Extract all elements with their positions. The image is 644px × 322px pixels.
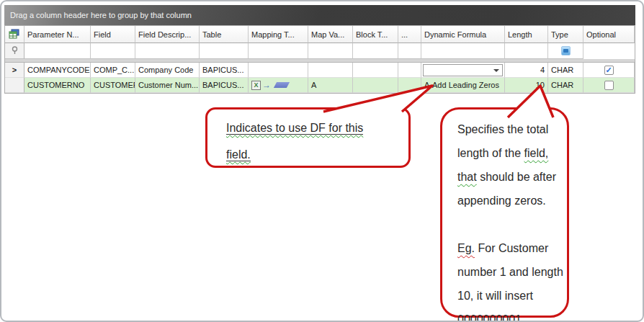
filter-pin-icon <box>12 46 18 56</box>
excel-source-icon: X <box>251 81 261 90</box>
filter-cell[interactable] <box>421 43 505 59</box>
filter-cell[interactable] <box>353 43 398 59</box>
cell-map-value[interactable]: A <box>308 78 353 93</box>
group-by-text: Drag a column header here to group by th… <box>10 11 192 19</box>
row-indicator-cell <box>5 78 24 93</box>
optional-filter-checkbox-icon[interactable] <box>561 46 571 55</box>
optional-checkbox-checked[interactable]: ✓ <box>604 66 614 75</box>
callout-text-line: appending zeros. <box>457 189 561 213</box>
column-header-mapping-type[interactable]: Mapping T... <box>249 26 308 43</box>
cell-field[interactable]: COMP_C... <box>91 63 135 78</box>
column-header-block-type[interactable]: Block T... <box>353 26 398 43</box>
cell-more[interactable] <box>398 78 421 93</box>
filter-row-indicator-cell <box>5 43 24 59</box>
current-row-arrow-icon: > <box>12 66 17 74</box>
filter-cell[interactable] <box>200 43 249 59</box>
callout-text-line: that should be after <box>457 165 561 189</box>
filter-cell-optional[interactable] <box>548 43 583 59</box>
callout-text-line: 10, it will insert <box>457 284 561 308</box>
dropdown-arrow-icon[interactable] <box>493 69 499 72</box>
cell-optional <box>583 78 635 93</box>
customize-grid-icon <box>9 29 20 40</box>
filter-cell[interactable] <box>135 43 200 59</box>
column-header-field[interactable]: Field <box>91 26 135 43</box>
group-by-panel[interactable]: Drag a column header here to group by th… <box>4 5 635 25</box>
callout-text-line: Indicates to use DF for this <box>226 115 408 141</box>
cell-length[interactable]: 10 <box>505 78 548 93</box>
cell-type[interactable]: CHAR <box>548 78 583 93</box>
row-indicator-cell: > <box>5 63 24 78</box>
column-header-field-description[interactable]: Field Descrip... <box>135 26 200 43</box>
column-header-type[interactable]: Type <box>548 26 583 43</box>
column-header-map-value[interactable]: Map Va... <box>308 26 353 43</box>
cell-field[interactable]: CUSTOMER <box>91 78 135 93</box>
filter-cell[interactable] <box>308 43 353 59</box>
filter-row <box>5 43 635 59</box>
table-row[interactable]: > COMPANYCODE COMP_C... Company Code BAP… <box>5 63 635 78</box>
cell-parameter-name[interactable]: COMPANYCODE <box>24 63 91 78</box>
column-header-parameter-name[interactable]: Parameter N... <box>24 26 91 43</box>
filter-cell[interactable] <box>24 43 91 59</box>
callout-text-line: Eg. For Customer <box>457 236 561 260</box>
cell-table[interactable]: BAPICUS... <box>200 63 249 78</box>
column-header-more[interactable]: ... <box>398 26 421 43</box>
filter-cell[interactable] <box>398 43 421 59</box>
optional-checkbox-unchecked[interactable] <box>604 81 614 90</box>
customize-button[interactable] <box>5 26 24 43</box>
cell-optional: ✓ <box>583 63 635 78</box>
data-grid: Parameter N... Field Field Descrip... Ta… <box>4 25 635 94</box>
callout-text-line: length of the field, <box>457 141 561 165</box>
callout-blank-line <box>457 213 561 236</box>
callout-dynamic-formula: Indicates to use DF for this field. <box>205 107 411 168</box>
cell-mapping-type[interactable] <box>249 63 308 78</box>
mapped-field-icon <box>274 82 290 88</box>
cell-block-type[interactable] <box>353 63 398 78</box>
cell-type[interactable]: CHAR <box>548 63 583 78</box>
filter-cell[interactable] <box>505 43 548 59</box>
callout-length: Specifies the total length of the field,… <box>440 107 569 318</box>
cell-dynamic-formula[interactable]: A-Add Leading Zeros <box>421 78 505 93</box>
column-header-dynamic-formula[interactable]: Dynamic Formula <box>421 26 505 43</box>
cell-mapping-type[interactable]: X → <box>249 78 308 93</box>
cell-length[interactable]: 4 <box>505 63 548 78</box>
callout-text-line: 0000000001 <box>457 308 561 322</box>
cell-more[interactable] <box>398 63 421 78</box>
callout-text-line: number 1 and length <box>457 260 561 284</box>
grid-header-row: Parameter N... Field Field Descrip... Ta… <box>5 26 635 43</box>
screenshot-frame: Drag a column header here to group by th… <box>0 0 644 322</box>
cell-field-description[interactable]: Company Code <box>135 63 200 78</box>
filter-cell[interactable] <box>249 43 308 59</box>
cell-block-type[interactable] <box>353 78 398 93</box>
map-arrow-icon: → <box>262 80 271 90</box>
cell-parameter-name[interactable]: CUSTOMERNO <box>24 78 91 93</box>
cell-map-value[interactable] <box>308 63 353 78</box>
cell-field-description[interactable]: Customer Num... <box>135 78 200 93</box>
callout-text-line: Specifies the total <box>457 117 561 141</box>
column-header-length[interactable]: Length <box>505 26 548 43</box>
cell-table[interactable]: BAPICUS... <box>200 78 249 93</box>
table-row[interactable]: CUSTOMERNO CUSTOMER Customer Num... BAPI… <box>5 78 635 93</box>
column-header-optional[interactable]: Optional <box>583 26 635 43</box>
cell-dynamic-formula <box>421 63 505 78</box>
callout-text-line: field. <box>226 141 408 168</box>
filter-cell[interactable] <box>91 43 135 59</box>
column-header-table[interactable]: Table <box>200 26 249 43</box>
dynamic-formula-combobox[interactable] <box>423 64 503 76</box>
